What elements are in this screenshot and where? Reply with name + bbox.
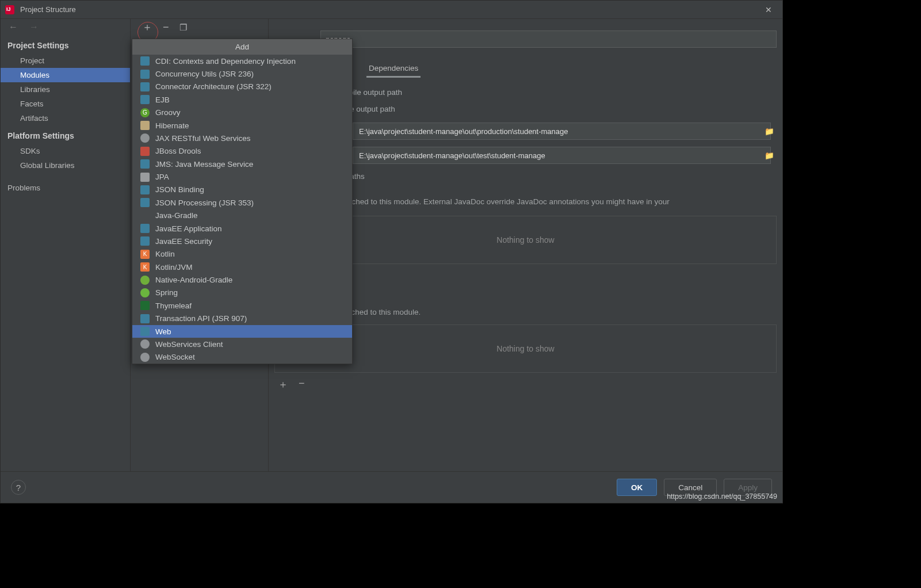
javadoc-empty-text: Nothing to show	[496, 235, 554, 245]
dropdown-item-label: JBoss Drools	[155, 147, 201, 155]
dropdown-item-label: Kotlin/JVM	[155, 263, 193, 272]
browse-test-output-icon[interactable]: 📁	[762, 148, 777, 163]
dropdown-item-label: Spring	[155, 288, 178, 297]
framework-icon: K	[140, 262, 150, 272]
dropdown-item-label: Groovy	[155, 108, 181, 117]
settings-sidebar: ← → Project Settings Project Modules Lib…	[1, 19, 131, 471]
dropdown-item[interactable]: Thymeleaf	[132, 299, 352, 312]
dropdown-item[interactable]: Native-Android-Gradle	[132, 273, 352, 286]
dropdown-item[interactable]: KKotlin	[132, 248, 352, 261]
dropdown-item[interactable]: JPA	[132, 170, 352, 183]
dropdown-item[interactable]: JBoss Drools	[132, 145, 352, 158]
framework-icon	[140, 56, 150, 66]
dropdown-item-label: JavaEE Application	[155, 224, 222, 233]
project-settings-header: Project Settings	[1, 35, 130, 54]
forward-icon[interactable]: →	[29, 22, 39, 32]
app-icon	[5, 5, 14, 14]
sidebar-item-modules[interactable]: Modules	[1, 68, 130, 82]
framework-icon	[140, 236, 150, 246]
back-icon[interactable]: ←	[9, 22, 18, 32]
sidebar-item-problems[interactable]: Problems	[1, 181, 130, 195]
framework-icon	[140, 198, 150, 207]
watermark: https://blog.csdn.net/qq_37855749	[665, 492, 779, 501]
dropdown-item[interactable]: WebSocket	[132, 351, 352, 364]
dropdown-item-label: Hibernate	[155, 121, 189, 130]
dropdown-header: Add	[132, 39, 352, 55]
sidebar-item-artifacts[interactable]: Artifacts	[1, 111, 130, 125]
dropdown-item-label: JPA	[155, 173, 169, 181]
dropdown-item-label: EJB	[155, 96, 170, 104]
framework-icon	[140, 159, 150, 169]
framework-icon	[140, 185, 150, 194]
dropdown-item[interactable]: Concurrency Utils (JSR 236)	[132, 67, 352, 80]
help-button[interactable]: ?	[11, 480, 26, 495]
framework-icon	[140, 327, 150, 336]
framework-icon	[140, 133, 150, 143]
project-structure-dialog: Project Structure ✕ ← → Project Settings…	[0, 0, 783, 503]
dropdown-item-label: JavaEE Security	[155, 237, 212, 246]
remove-module-button[interactable]: −	[163, 22, 169, 32]
dropdown-item[interactable]: Web	[132, 325, 352, 338]
annotations-empty-text: Nothing to show	[496, 344, 554, 353]
dropdown-item-label: WebSocket	[155, 353, 195, 361]
framework-icon: G	[140, 108, 150, 117]
dropdown-item-label: Native-Android-Gradle	[155, 276, 232, 284]
copy-module-button[interactable]: ❐	[179, 23, 187, 32]
framework-icon	[140, 82, 150, 91]
platform-settings-header: Platform Settings	[1, 125, 130, 144]
add-annotation-button[interactable]: ＋	[278, 377, 288, 391]
sidebar-item-global-libraries[interactable]: Global Libraries	[1, 158, 130, 173]
dropdown-item[interactable]: JSON Processing (JSR 353)	[132, 196, 352, 209]
dropdown-item[interactable]: Hibernate	[132, 119, 352, 132]
dropdown-item[interactable]: Connector Architecture (JSR 322)	[132, 81, 352, 93]
tab-dependencies[interactable]: Dependencies	[366, 60, 421, 78]
remove-annotation-button[interactable]: −	[299, 377, 305, 391]
sidebar-item-project[interactable]: Project	[1, 54, 130, 68]
dropdown-item-label: JSON Binding	[155, 185, 204, 194]
window-title: Project Structure	[20, 5, 759, 14]
module-name-input[interactable]	[320, 30, 777, 48]
browse-output-icon[interactable]: 📁	[762, 124, 777, 139]
dropdown-item[interactable]: Spring	[132, 287, 352, 299]
framework-icon	[140, 70, 150, 79]
framework-icon	[140, 224, 150, 233]
framework-icon	[140, 353, 150, 362]
add-framework-dropdown: Add CDI: Contexts and Dependency Injecti…	[132, 39, 353, 364]
dropdown-item-label: CDI: Contexts and Dependency Injection	[155, 57, 296, 66]
close-icon[interactable]: ✕	[759, 5, 778, 14]
framework-icon	[140, 288, 150, 297]
dropdown-item-label: Web	[155, 327, 171, 336]
dropdown-item[interactable]: JavaEE Security	[132, 235, 352, 247]
framework-icon	[140, 95, 150, 104]
test-output-path-input[interactable]	[353, 147, 771, 164]
dropdown-item[interactable]: Transaction API (JSR 907)	[132, 312, 352, 325]
ok-button[interactable]: OK	[617, 479, 657, 496]
framework-icon	[140, 147, 150, 156]
dropdown-item[interactable]: GGroovy	[132, 106, 352, 119]
output-path-input[interactable]	[353, 123, 771, 140]
sidebar-item-libraries[interactable]: Libraries	[1, 82, 130, 97]
dropdown-item[interactable]: JSON Binding	[132, 184, 352, 196]
dropdown-item[interactable]: EJB	[132, 93, 352, 106]
dropdown-item-label: JSON Processing (JSR 353)	[155, 198, 254, 207]
sidebar-item-facets[interactable]: Facets	[1, 97, 130, 111]
dropdown-item[interactable]: JMS: Java Message Service	[132, 158, 352, 170]
dropdown-item-label: JAX RESTful Web Services	[155, 134, 251, 143]
dropdown-item-label: Transaction API (JSR 907)	[155, 314, 247, 323]
dropdown-item[interactable]: KKotlin/JVM	[132, 261, 352, 273]
framework-icon	[140, 211, 150, 220]
titlebar: Project Structure ✕	[1, 1, 782, 19]
framework-icon	[140, 173, 150, 182]
dropdown-item[interactable]: CDI: Contexts and Dependency Injection	[132, 55, 352, 67]
dropdown-item[interactable]: JavaEE Application	[132, 222, 352, 235]
dropdown-item-label: Kotlin	[155, 250, 175, 258]
dropdown-item[interactable]: WebServices Client	[132, 338, 352, 350]
sidebar-item-sdks[interactable]: SDKs	[1, 144, 130, 158]
framework-icon	[140, 339, 150, 349]
dropdown-item-label: Concurrency Utils (JSR 236)	[155, 70, 254, 78]
dropdown-item[interactable]: Java-Gradle	[132, 209, 352, 222]
framework-icon	[140, 301, 150, 310]
dropdown-item[interactable]: JAX RESTful Web Services	[132, 132, 352, 144]
dropdown-item-label: JMS: Java Message Service	[155, 160, 253, 169]
framework-icon: K	[140, 250, 150, 259]
